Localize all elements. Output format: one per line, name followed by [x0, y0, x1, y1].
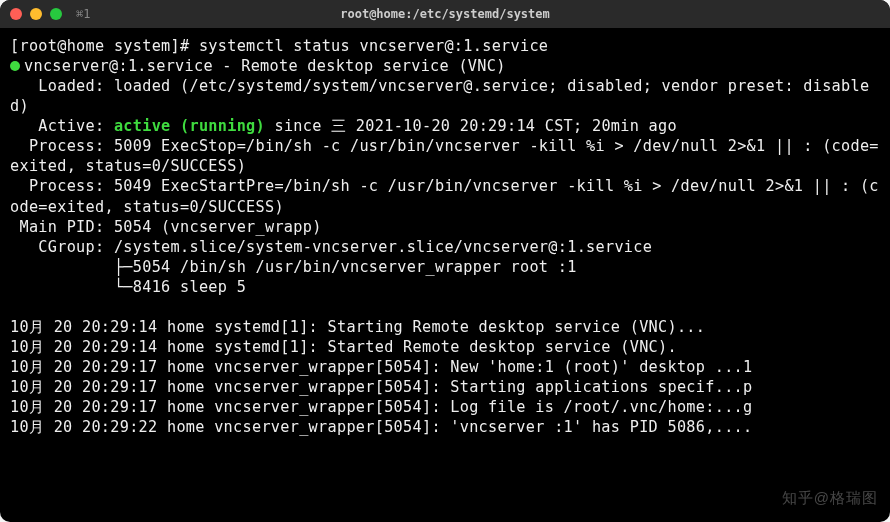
cgroup-line: CGroup: /system.slice/system-vncserver.s… — [10, 238, 652, 256]
traffic-lights — [10, 8, 62, 20]
active-since: since 三 2021-10-20 20:29:14 CST; 20min a… — [265, 117, 677, 135]
active-label: Active: — [10, 117, 114, 135]
log-line: 10月 20 20:29:17 home vncserver_wrapper[5… — [10, 398, 752, 416]
loaded-line: Loaded: loaded (/etc/systemd/system/vncs… — [10, 77, 869, 115]
terminal-window: ⌘1 root@home:/etc/systemd/system [root@h… — [0, 0, 890, 522]
tab-label: ⌘1 — [76, 7, 90, 21]
cgroup-tree-2: └─8416 sleep 5 — [10, 278, 246, 296]
log-line: 10月 20 20:29:14 home systemd[1]: Startin… — [10, 318, 705, 336]
watermark: 知乎@格瑞图 — [782, 489, 878, 508]
terminal-output[interactable]: [root@home system]# systemctl status vnc… — [0, 28, 890, 445]
process-line-2: Process: 5049 ExecStartPre=/bin/sh -c /u… — [10, 177, 879, 215]
maximize-icon[interactable] — [50, 8, 62, 20]
cgroup-tree-1: ├─5054 /bin/sh /usr/bin/vncserver_wrappe… — [10, 258, 577, 276]
log-line: 10月 20 20:29:22 home vncserver_wrapper[5… — [10, 418, 752, 436]
minimize-icon[interactable] — [30, 8, 42, 20]
close-icon[interactable] — [10, 8, 22, 20]
prompt: [root@home system]# — [10, 37, 189, 55]
log-line: 10月 20 20:29:17 home vncserver_wrapper[5… — [10, 358, 752, 376]
unit-line: vncserver@:1.service - Remote desktop se… — [24, 57, 506, 75]
main-pid-line: Main PID: 5054 (vncserver_wrapp) — [10, 218, 322, 236]
process-line-1: Process: 5009 ExecStop=/bin/sh -c /usr/b… — [10, 137, 879, 175]
titlebar: ⌘1 root@home:/etc/systemd/system — [0, 0, 890, 28]
command-text: systemctl status vncserver@:1.service — [199, 37, 548, 55]
log-line: 10月 20 20:29:14 home systemd[1]: Started… — [10, 338, 677, 356]
log-line: 10月 20 20:29:17 home vncserver_wrapper[5… — [10, 378, 752, 396]
window-title: root@home:/etc/systemd/system — [340, 7, 550, 21]
active-state: active (running) — [114, 117, 265, 135]
status-dot-icon — [10, 61, 20, 71]
